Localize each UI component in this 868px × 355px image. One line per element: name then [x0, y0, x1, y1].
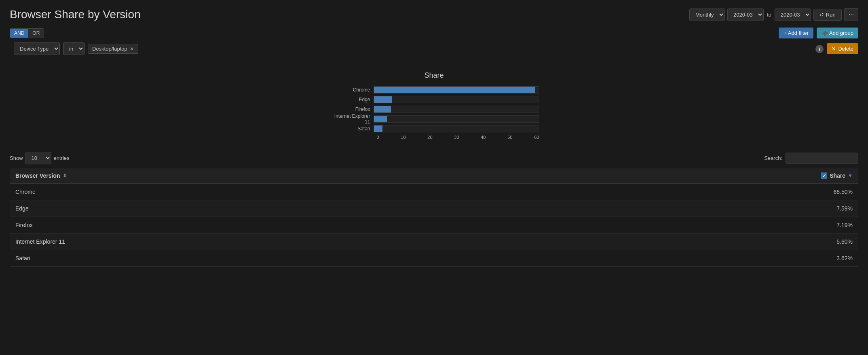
share-header[interactable]: ✓ Share ▼: [587, 168, 858, 183]
period-select[interactable]: Monthly Weekly Daily: [689, 9, 725, 21]
bar-track-chrome: [374, 86, 539, 94]
table-body: Chrome 68.50% Edge 7.59% Firefox 7.19% I…: [10, 183, 858, 267]
filter-condition-row: Device Type in Desktop/laptop ✕ i ✕ Dele…: [10, 43, 858, 55]
and-button[interactable]: AND: [10, 29, 28, 38]
search-area: Search:: [764, 153, 858, 164]
refresh-icon: ↺: [819, 12, 824, 18]
table-row: Firefox 7.19%: [10, 217, 858, 234]
table-controls: Show 10 25 50 100 entries Search:: [10, 152, 858, 164]
share-checkbox-icon: ✓: [821, 172, 827, 179]
bar-label-ie11: Internet Explorer 11: [329, 113, 374, 125]
browser-cell: Firefox: [10, 217, 587, 234]
table-row: Chrome 68.50%: [10, 183, 858, 200]
x-axis: 0 10 20 30 40 50 60: [329, 135, 539, 140]
bar-fill-ie11: [374, 116, 387, 122]
circle-plus-icon: ➕: [822, 30, 828, 36]
bar-row: Safari: [329, 125, 539, 132]
more-options-button[interactable]: ···: [844, 8, 858, 21]
filter-remove-icon[interactable]: ✕: [130, 46, 134, 52]
to-label: to: [766, 12, 772, 18]
filter-operator-select[interactable]: in: [63, 43, 84, 55]
or-button[interactable]: OR: [28, 29, 44, 38]
bar-fill-chrome: [374, 87, 535, 93]
header-row: Browser Share by Version Monthly Weekly …: [10, 8, 858, 21]
browser-version-header[interactable]: Browser Version ⇕: [10, 168, 587, 183]
chart-title: Share: [10, 71, 858, 80]
filter-field-select[interactable]: Device Type: [14, 43, 60, 55]
bar-label-chrome: Chrome: [329, 87, 374, 93]
sort-icon: ⇕: [63, 173, 67, 179]
bar-label-firefox: Firefox: [329, 106, 374, 112]
filter-row: AND OR + Add filter ➕ Add group: [10, 28, 858, 38]
bar-row: Edge: [329, 96, 539, 103]
bar-label-edge: Edge: [329, 97, 374, 102]
search-input[interactable]: [786, 153, 858, 164]
chart-area: Chrome Edge Firefox Intern: [10, 86, 858, 140]
bar-track-firefox: [374, 106, 539, 113]
data-table: Browser Version ⇕ ✓ Share ▼ Chrome 68.50…: [10, 168, 858, 267]
show-label: Show: [10, 155, 23, 161]
to-date-select[interactable]: 2020-03 2020-02 2020-01: [775, 9, 811, 21]
add-group-button[interactable]: ➕ Add group: [817, 28, 858, 38]
bar-fill-edge: [374, 96, 392, 103]
browser-cell: Chrome: [10, 183, 587, 200]
table-row: Internet Explorer 11 5.60%: [10, 234, 858, 250]
share-cell: 7.19%: [587, 217, 858, 234]
bar-chart: Chrome Edge Firefox Intern: [329, 86, 539, 140]
table-header-row: Browser Version ⇕ ✓ Share ▼: [10, 168, 858, 183]
show-entries: Show 10 25 50 100 entries: [10, 152, 70, 164]
header-controls: Monthly Weekly Daily 2020-03 2020-02 202…: [689, 8, 858, 21]
bar-fill-firefox: [374, 106, 391, 113]
browser-cell: Internet Explorer 11: [10, 234, 587, 250]
run-button[interactable]: ↺ Run: [813, 9, 842, 21]
and-or-group: AND OR: [10, 28, 44, 38]
share-cell: 3.62%: [587, 250, 858, 267]
from-date-select[interactable]: 2020-03 2020-02 2020-01: [727, 9, 764, 21]
bar-track-edge: [374, 96, 539, 103]
page-title: Browser Share by Version: [10, 8, 141, 21]
filter-value-tag: Desktop/laptop ✕: [88, 44, 138, 54]
bar-track-ie11: [374, 115, 539, 123]
browser-cell: Safari: [10, 250, 587, 267]
bar-label-safari: Safari: [329, 126, 374, 132]
entries-label: entries: [54, 155, 70, 161]
filter-right: + Add filter ➕ Add group: [779, 28, 858, 38]
info-icon: i: [815, 45, 824, 53]
bar-row: Internet Explorer 11: [329, 115, 539, 123]
table-row: Safari 3.62%: [10, 250, 858, 267]
share-cell: 7.59%: [587, 200, 858, 217]
bar-track-safari: [374, 125, 539, 132]
browser-cell: Edge: [10, 200, 587, 217]
bar-fill-safari: [374, 125, 382, 132]
table-row: Edge 7.59%: [10, 200, 858, 217]
share-cell: 68.50%: [587, 183, 858, 200]
share-dropdown-icon[interactable]: ▼: [848, 173, 853, 179]
bar-row: Firefox: [329, 106, 539, 113]
bar-row: Chrome: [329, 86, 539, 94]
entries-select[interactable]: 10 25 50 100: [25, 152, 51, 164]
delete-x-icon: ✕: [832, 46, 836, 52]
share-cell: 5.60%: [587, 234, 858, 250]
search-label: Search:: [764, 155, 782, 161]
chart-container: Share Chrome Edge Firefox: [10, 63, 858, 144]
filter-left: AND OR: [10, 28, 44, 38]
delete-button[interactable]: ✕ Delete: [827, 43, 858, 54]
add-filter-button[interactable]: + Add filter: [779, 28, 813, 38]
x-axis-labels: 0 10 20 30 40 50 60: [377, 135, 539, 140]
